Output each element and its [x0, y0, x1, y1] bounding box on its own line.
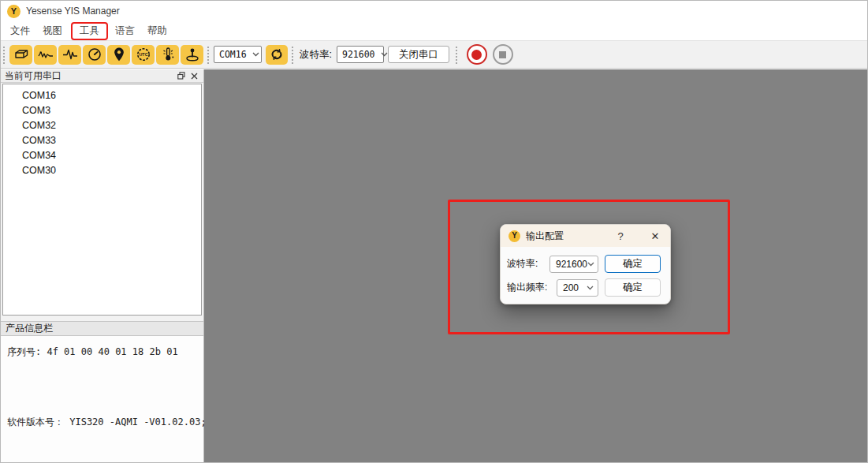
menu-item-file[interactable]: 文件: [5, 23, 35, 39]
vibration-thermometer-icon[interactable]: [156, 45, 179, 65]
record-button[interactable]: [467, 44, 487, 65]
dialog-baud-value: 921600: [556, 259, 587, 270]
output-rate-confirm-button[interactable]: 确定: [605, 278, 661, 297]
close-panel-icon[interactable]: [188, 70, 200, 81]
toolbar-port-section: COM16: [214, 40, 289, 69]
chevron-down-icon: [252, 52, 259, 57]
baud-confirm-button[interactable]: 确定: [605, 255, 661, 273]
titlebar: Y Yesense YIS Manager: [1, 1, 867, 21]
firmware-version-line: 软件版本号： YIS320 -AQMI -V01.02.03;: [7, 416, 199, 429]
output-rate-row: 输出频率: 200 确定: [507, 278, 661, 297]
dialog-output-rate-select[interactable]: 200: [557, 279, 598, 297]
port-list: COM16 COM3 COM32 COM33 COM34 COM30: [2, 84, 202, 316]
dialog-output-rate-value: 200: [563, 282, 579, 293]
svg-text:UTC: UTC: [139, 52, 147, 57]
3d-box-icon[interactable]: [9, 45, 32, 65]
dialog-title: 输出配置: [526, 230, 612, 243]
menu-item-language[interactable]: 语言: [110, 23, 140, 39]
port-select-value: COM16: [219, 49, 247, 60]
chevron-down-icon: [587, 262, 594, 267]
app-window: Y Yesense YIS Manager 文件 视图 工具 语言 帮助: [0, 0, 868, 463]
toolbar-grip[interactable]: [207, 45, 210, 64]
content-area: 当前可用串口 COM16 COM3 COM32 COM33 COM34 COM3…: [1, 69, 867, 462]
menu-item-tools[interactable]: 工具: [71, 22, 108, 40]
toolbar-grip[interactable]: [455, 45, 459, 64]
ports-panel-title: 当前可用串口: [5, 69, 175, 83]
serial-number-line: 序列号: 4f 01 00 40 01 18 2b 01: [7, 345, 199, 359]
baud-rate-row: 波特率: 921600 确定: [507, 255, 661, 273]
stop-button[interactable]: [493, 44, 513, 65]
location-pin-icon[interactable]: [107, 45, 130, 65]
port-list-item[interactable]: COM3: [3, 103, 201, 118]
baud-rate-value: 921600: [342, 49, 375, 60]
stop-icon: [499, 51, 506, 58]
float-panel-icon[interactable]: [175, 70, 188, 81]
product-info-header: 产品信息栏: [1, 321, 203, 336]
window-title: Yesense YIS Manager: [26, 6, 120, 17]
waveform-chart-icon[interactable]: [34, 45, 57, 65]
app-logo-icon: Y: [7, 5, 20, 18]
gauge-icon[interactable]: [83, 45, 106, 65]
dialog-close-icon[interactable]: ✕: [646, 230, 664, 242]
product-info-title: 产品信息栏: [6, 322, 53, 335]
ports-panel-header: 当前可用串口: [1, 69, 203, 83]
port-list-item[interactable]: COM16: [3, 88, 201, 103]
record-icon: [471, 50, 482, 60]
toolbar-grip[interactable]: [291, 45, 295, 64]
dialog-baud-select[interactable]: 921600: [549, 256, 598, 273]
toolbar-view-section: UTC: [9, 40, 205, 69]
joystick-icon[interactable]: [181, 45, 203, 65]
menu-item-view[interactable]: 视图: [37, 23, 68, 39]
port-list-item[interactable]: COM33: [3, 133, 201, 148]
toolbar-baud-section: 波特率: 921600 关闭串口: [298, 40, 449, 69]
dialog-titlebar: Y 输出配置 ? ✕: [501, 225, 670, 247]
close-serial-port-button[interactable]: 关闭串口: [388, 46, 449, 63]
serial-ports-panel: 当前可用串口 COM16 COM3 COM32 COM33 COM34 COM3…: [1, 69, 204, 462]
menubar: 文件 视图 工具 语言 帮助: [1, 21, 867, 40]
utc-clock-icon[interactable]: UTC: [132, 45, 155, 65]
toolbar-grip[interactable]: [2, 45, 6, 64]
baud-rate-label: 波特率:: [300, 48, 332, 62]
dialog-output-rate-label: 输出频率:: [507, 281, 547, 294]
dialog-logo-icon: Y: [509, 230, 520, 242]
dialog-baud-label: 波特率:: [507, 257, 538, 271]
product-info-body: 序列号: 4f 01 00 40 01 18 2b 01 软件版本号： YIS3…: [1, 336, 203, 462]
pulse-signal-icon[interactable]: [58, 45, 81, 65]
chevron-down-icon: [587, 286, 594, 290]
port-list-item[interactable]: COM32: [3, 118, 201, 133]
port-list-item[interactable]: COM30: [3, 163, 201, 178]
port-list-item[interactable]: COM34: [3, 148, 201, 163]
menu-item-help[interactable]: 帮助: [142, 23, 173, 39]
dialog-help-button[interactable]: ?: [612, 230, 629, 242]
baud-rate-select[interactable]: 921600: [337, 46, 384, 63]
output-config-dialog: Y 输出配置 ? ✕ 波特率: 921600 确定 输出频率: 200: [500, 224, 671, 304]
refresh-ports-icon[interactable]: [266, 45, 288, 65]
toolbar-record-section: [462, 40, 513, 69]
chevron-down-icon: [381, 52, 388, 57]
toolbar: UTC COM16: [1, 40, 867, 69]
port-select[interactable]: COM16: [214, 46, 262, 63]
